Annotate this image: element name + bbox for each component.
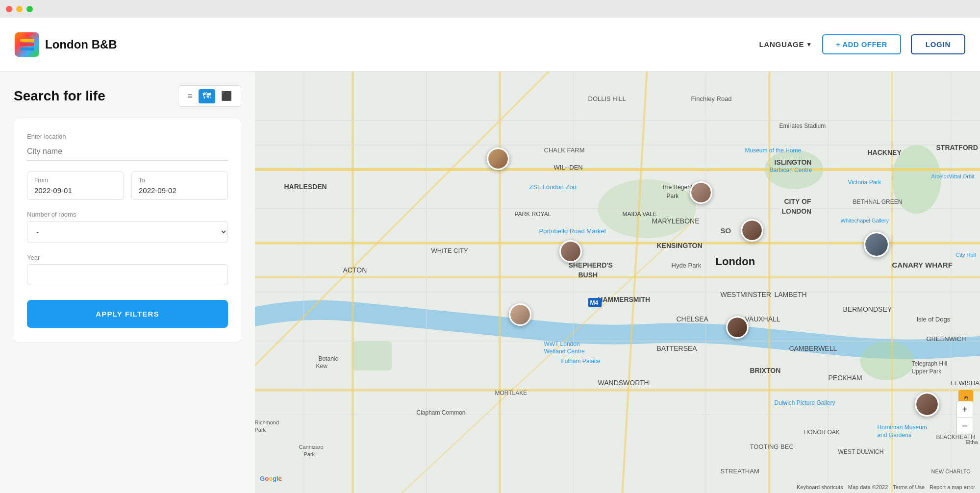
page-title: Search for life xyxy=(14,88,105,104)
svg-text:PARK ROYAL: PARK ROYAL xyxy=(515,211,552,218)
svg-text:STREATHAM: STREATHAM xyxy=(721,468,759,475)
svg-text:NEW CHARLTO: NEW CHARLTO xyxy=(931,468,971,474)
svg-text:Isle of Dogs: Isle of Dogs xyxy=(917,316,951,323)
year-input[interactable] xyxy=(27,264,228,285)
login-button[interactable]: LOGIN xyxy=(911,34,965,54)
svg-text:CANARY WHARF: CANARY WHARF xyxy=(892,261,953,269)
svg-text:Eltha: Eltha xyxy=(966,439,979,445)
svg-point-8 xyxy=(860,341,914,380)
rooms-select[interactable]: - 1 2 3 4 5+ xyxy=(27,221,228,243)
svg-text:Finchley Road: Finchley Road xyxy=(691,95,732,102)
year-label: Year xyxy=(27,254,228,261)
list-view-button[interactable]: ≡ xyxy=(183,89,197,103)
map-pin-canary[interactable] xyxy=(864,232,889,257)
svg-text:Fulham Palace: Fulham Palace xyxy=(561,358,601,365)
svg-text:WEST DULWICH: WEST DULWICH xyxy=(838,448,884,455)
svg-rect-3 xyxy=(255,72,980,493)
minimize-button[interactable] xyxy=(16,6,23,12)
map-pin-3[interactable] xyxy=(741,219,763,242)
grid-view-button[interactable]: ⬛ xyxy=(217,89,236,103)
svg-rect-2 xyxy=(20,48,34,50)
map-pin-1[interactable] xyxy=(487,148,509,170)
map-data: Map data ©2022 xyxy=(848,484,888,490)
sidebar: Search for life ≡ 🗺 ⬛ Enter location xyxy=(0,72,255,493)
logo-area: London B&B xyxy=(15,32,117,57)
add-offer-button[interactable]: + ADD OFFER xyxy=(822,34,901,54)
svg-text:GREENWICH: GREENWICH xyxy=(927,335,966,343)
svg-text:STRATFORD: STRATFORD xyxy=(936,144,978,151)
svg-text:WANDSWORTH: WANDSWORTH xyxy=(598,379,649,387)
keyboard-shortcuts[interactable]: Keyboard shortcuts xyxy=(797,484,843,490)
location-group: Enter location xyxy=(27,133,228,161)
title-bar xyxy=(0,0,980,18)
map-pin-4[interactable] xyxy=(559,240,582,263)
map-pin-5[interactable] xyxy=(509,303,531,326)
location-input[interactable] xyxy=(27,143,228,161)
svg-text:DOLLIS HILL: DOLLIS HILL xyxy=(588,95,626,102)
content-area: Search for life ≡ 🗺 ⬛ Enter location xyxy=(0,72,980,493)
map-pin-6[interactable] xyxy=(726,316,749,339)
maximize-button[interactable] xyxy=(26,6,33,12)
map-pin-7[interactable] xyxy=(915,392,939,417)
svg-text:BRIXTON: BRIXTON xyxy=(750,367,781,374)
svg-text:Victoria Park: Victoria Park xyxy=(848,179,882,186)
rooms-group: Number of rooms - 1 2 3 4 5+ xyxy=(27,211,228,243)
svg-text:ArcelorMittal Orbit: ArcelorMittal Orbit xyxy=(931,173,975,179)
svg-text:MAIDA VALE: MAIDA VALE xyxy=(623,211,657,218)
svg-text:M4: M4 xyxy=(590,299,599,306)
svg-text:BUSH: BUSH xyxy=(578,271,598,279)
svg-text:Barbican Centre: Barbican Centre xyxy=(770,167,812,173)
svg-text:ZSL London Zoo: ZSL London Zoo xyxy=(529,183,577,191)
google-logo: Google xyxy=(260,475,282,482)
svg-text:ISLINGTON: ISLINGTON xyxy=(775,158,812,166)
svg-text:LAMBETH: LAMBETH xyxy=(775,291,807,298)
svg-text:WHITE CITY: WHITE CITY xyxy=(431,247,468,254)
from-label: From xyxy=(34,177,116,184)
google-g2: g xyxy=(273,475,276,482)
map-area: HARLESDEN CHALK FARM DOLLIS HILL Finchle… xyxy=(255,72,980,493)
google-o1: o xyxy=(265,475,269,482)
svg-rect-7 xyxy=(353,341,392,370)
terms-of-use[interactable]: Terms of Use xyxy=(893,484,925,490)
svg-text:MORTLAKE: MORTLAKE xyxy=(495,390,528,396)
zoom-out-button[interactable]: − xyxy=(956,418,973,434)
to-date-input[interactable] xyxy=(139,186,221,195)
header-right: LANGUAGE ▼ + ADD OFFER LOGIN xyxy=(759,34,965,54)
grid-icon: ⬛ xyxy=(221,91,232,101)
google-g: G xyxy=(260,475,265,482)
close-button[interactable] xyxy=(6,6,12,12)
chevron-down-icon: ▼ xyxy=(806,41,812,48)
header: London B&B LANGUAGE ▼ + ADD OFFER LOGIN xyxy=(0,18,980,72)
google-e: e xyxy=(278,475,282,482)
svg-text:Horniman Museum: Horniman Museum xyxy=(878,424,927,431)
logo-text: London B&B xyxy=(45,38,117,51)
to-label: To xyxy=(139,177,221,184)
location-label: Enter location xyxy=(27,133,228,140)
language-button[interactable]: LANGUAGE ▼ xyxy=(759,40,812,49)
zoom-in-button[interactable]: + xyxy=(956,401,973,418)
list-icon: ≡ xyxy=(187,91,193,101)
svg-text:PECKHAM: PECKHAM xyxy=(829,374,862,382)
map-view-button[interactable]: 🗺 xyxy=(199,89,215,103)
map-pin-2[interactable] xyxy=(690,181,712,204)
svg-text:Clapham Common: Clapham Common xyxy=(417,409,466,416)
app-wrapper: London B&B LANGUAGE ▼ + ADD OFFER LOGIN … xyxy=(0,18,980,493)
svg-text:CHALK FARM: CHALK FARM xyxy=(544,147,585,154)
svg-text:Park: Park xyxy=(667,193,679,199)
svg-text:WWT London: WWT London xyxy=(544,341,580,347)
svg-text:HACKNEY: HACKNEY xyxy=(868,148,902,156)
svg-text:Telegraph Hill: Telegraph Hill xyxy=(912,360,948,367)
apply-filters-button[interactable]: APPLY FILTERS xyxy=(27,300,228,328)
svg-text:VAUXHALL: VAUXHALL xyxy=(745,315,780,323)
svg-text:HARLESDEN: HARLESDEN xyxy=(284,183,327,191)
report-map-error[interactable]: Report a map error xyxy=(930,484,975,490)
svg-text:BERMONDSEY: BERMONDSEY xyxy=(843,305,892,313)
svg-text:SO: SO xyxy=(721,226,731,235)
svg-text:Whitechapel Gallery: Whitechapel Gallery xyxy=(841,218,889,223)
map-icon: 🗺 xyxy=(202,91,211,101)
svg-text:CITY OF: CITY OF xyxy=(784,197,811,205)
svg-text:CAMBERWELL: CAMBERWELL xyxy=(789,345,837,352)
from-date-input[interactable] xyxy=(34,186,116,195)
date-row: From To xyxy=(27,172,228,200)
svg-text:Park: Park xyxy=(304,451,315,457)
